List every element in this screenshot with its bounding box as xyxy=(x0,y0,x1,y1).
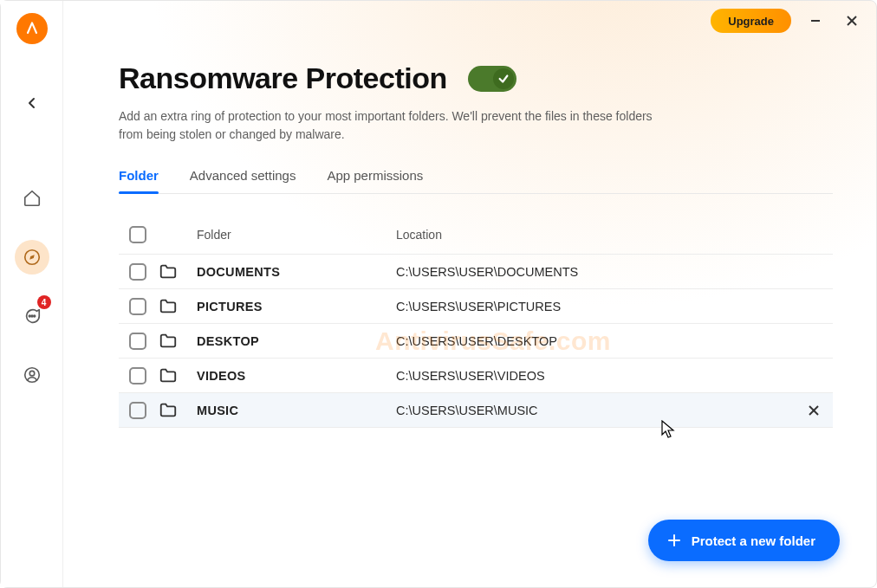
folder-name: PICTURES xyxy=(197,300,396,313)
folder-name: MUSIC xyxy=(197,404,396,417)
page-subtitle: Add an extra ring of protection to your … xyxy=(119,107,673,144)
toggle-knob xyxy=(493,68,514,89)
home-icon xyxy=(23,189,42,208)
table-header: Folder Location xyxy=(119,215,833,255)
chevron-left-icon xyxy=(25,96,39,110)
main-panel: Ransomware Protection Add an extra ring … xyxy=(63,1,876,587)
table-row[interactable]: DESKTOPC:\USERS\USER\DESKTOP xyxy=(119,324,833,359)
folder-location: C:\USERS\USER\MUSIC xyxy=(396,404,795,417)
folder-icon xyxy=(159,332,197,351)
notification-badge: 4 xyxy=(37,295,51,309)
sidebar: 4 xyxy=(1,1,63,587)
folder-location: C:\USERS\USER\PICTURES xyxy=(396,300,795,313)
row-checkbox[interactable] xyxy=(129,298,146,315)
folder-icon xyxy=(159,262,197,281)
folder-name: VIDEOS xyxy=(197,369,396,383)
tab-advanced-settings[interactable]: Advanced settings xyxy=(190,168,296,193)
sidebar-item-account[interactable] xyxy=(15,358,49,392)
folder-name: DOCUMENTS xyxy=(197,265,396,279)
tabs: FolderAdvanced settingsApp permissions xyxy=(119,168,833,194)
app-logo xyxy=(16,13,48,44)
sidebar-item-explore[interactable] xyxy=(15,240,49,275)
protect-folder-button[interactable]: Protect a new folder xyxy=(648,520,840,561)
page-title: Ransomware Protection xyxy=(119,61,447,95)
tab-folder[interactable]: Folder xyxy=(119,168,159,193)
svg-point-5 xyxy=(29,315,30,317)
svg-point-6 xyxy=(31,315,33,317)
plus-icon xyxy=(667,533,681,547)
svg-marker-4 xyxy=(29,255,35,260)
row-checkbox[interactable] xyxy=(129,367,146,384)
folder-location: C:\USERS\USER\DESKTOP xyxy=(396,334,795,348)
table-row[interactable]: PICTURESC:\USERS\USER\PICTURES xyxy=(119,289,833,324)
user-icon xyxy=(23,365,42,384)
protection-toggle[interactable] xyxy=(468,66,516,92)
check-icon xyxy=(497,73,510,85)
table-row[interactable]: MUSICC:\USERS\USER\MUSIC xyxy=(119,393,833,428)
col-folder: Folder xyxy=(197,228,396,242)
back-button[interactable] xyxy=(15,86,49,120)
folder-icon xyxy=(159,366,197,385)
svg-point-9 xyxy=(29,371,35,376)
table-row[interactable]: VIDEOSC:\USERS\USER\VIDEOS xyxy=(119,359,833,393)
folder-location: C:\USERS\USER\DOCUMENTS xyxy=(396,265,795,279)
row-checkbox[interactable] xyxy=(129,333,146,350)
folder-icon xyxy=(159,297,197,316)
folder-location: C:\USERS\USER\VIDEOS xyxy=(396,369,795,383)
folders-table: Folder Location DOCUMENTSC:\USERS\USER\D… xyxy=(119,215,833,428)
sidebar-item-home[interactable] xyxy=(15,181,49,216)
row-checkbox[interactable] xyxy=(129,402,146,419)
tab-app-permissions[interactable]: App permissions xyxy=(327,168,423,193)
remove-row-button[interactable] xyxy=(795,404,833,417)
folder-name: DESKTOP xyxy=(197,334,396,348)
svg-point-7 xyxy=(33,315,35,317)
row-checkbox[interactable] xyxy=(129,263,146,281)
sidebar-item-messages[interactable]: 4 xyxy=(15,299,49,333)
compass-icon xyxy=(23,248,42,267)
protect-folder-label: Protect a new folder xyxy=(692,533,815,548)
chat-icon xyxy=(23,307,42,326)
folder-icon xyxy=(159,401,197,420)
table-row[interactable]: DOCUMENTSC:\USERS\USER\DOCUMENTS xyxy=(119,255,833,289)
col-location: Location xyxy=(396,228,795,242)
logo-icon xyxy=(23,20,41,37)
select-all-checkbox[interactable] xyxy=(129,226,146,243)
